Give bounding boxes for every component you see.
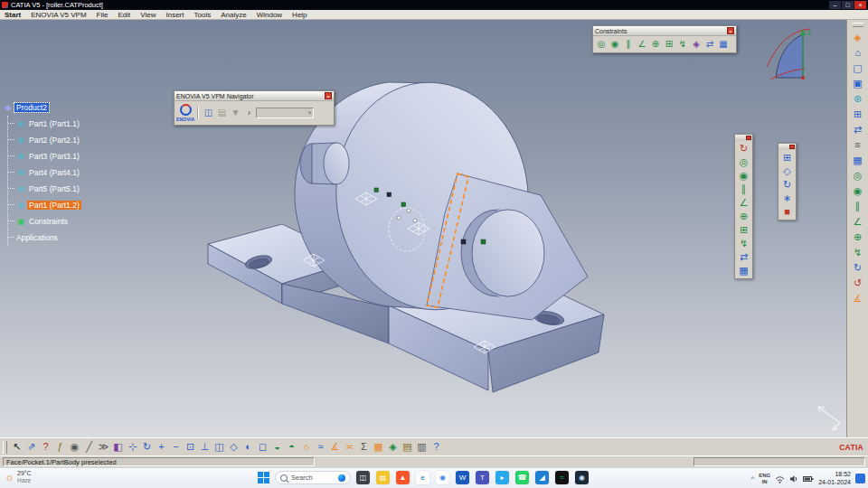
menu-insert[interactable]: Insert xyxy=(165,11,184,19)
flexible-rigid-sub-assembly-icon[interactable]: ◈ xyxy=(690,38,703,51)
angle-constraint-icon[interactable]: ∠ xyxy=(636,38,648,51)
reuse-pattern-icon[interactable]: ▦ xyxy=(737,264,750,277)
new-product-icon[interactable]: ▣ xyxy=(850,77,866,90)
tree-root-product[interactable]: Product2 xyxy=(14,103,49,113)
task-view-icon[interactable]: ◫ xyxy=(356,471,370,484)
select-arrow-icon[interactable]: ↖ xyxy=(10,440,24,455)
open-from-enovia-icon[interactable]: ▤ xyxy=(215,107,228,119)
apply-material-icon[interactable]: ◧ xyxy=(111,440,125,455)
power-input-field[interactable] xyxy=(693,457,865,466)
existing-component-icon[interactable]: ⊞ xyxy=(850,108,866,121)
replace-component-icon[interactable]: ⇄ xyxy=(850,123,866,136)
minimize-button[interactable]: – xyxy=(829,1,841,9)
enovia-workspace-combo[interactable]: ▾ xyxy=(256,108,314,118)
telegram-app-icon[interactable]: ▸ xyxy=(495,471,509,484)
strip-titlebar[interactable] xyxy=(735,135,752,141)
catalog-browser-icon[interactable]: ▤ xyxy=(401,440,414,455)
fix-constraint-icon[interactable]: ⊕ xyxy=(649,38,662,51)
brave-browser-icon[interactable]: ▲ xyxy=(396,471,410,484)
assembly-workbench-icon[interactable]: ◈ xyxy=(850,31,866,44)
file-explorer-icon[interactable]: ▤ xyxy=(376,471,390,484)
multi-instantiation-icon[interactable]: ▦ xyxy=(850,154,866,167)
light-effect-icon[interactable]: ☼ xyxy=(299,440,313,455)
new-part-icon[interactable]: ⊛ xyxy=(850,92,866,106)
quick-constraint-icon[interactable]: ↯ xyxy=(676,38,689,51)
coincidence-constraint-icon[interactable]: ◎ xyxy=(850,169,866,183)
tree-item-part4-1[interactable]: ⊛ Part4 (Part4.1) xyxy=(8,164,81,181)
reuse-pattern-icon[interactable]: ▦ xyxy=(717,38,730,51)
volume-icon[interactable] xyxy=(789,474,798,483)
shading-icon[interactable]: ◐ xyxy=(241,440,255,455)
battery-icon[interactable] xyxy=(803,474,814,483)
coincidence-constraint-icon[interactable]: ◎ xyxy=(737,155,750,169)
mass-properties-icon[interactable]: Σ xyxy=(357,440,371,455)
coincidence-constraint-icon[interactable]: ◎ xyxy=(595,38,608,51)
snap-icon[interactable]: ◇ xyxy=(780,164,794,178)
fix-component-icon[interactable]: ⊕ xyxy=(850,230,866,244)
stop-manipulation-icon[interactable]: ■ xyxy=(780,205,794,219)
zoom-in-icon[interactable]: + xyxy=(155,440,168,455)
toolbar-grip[interactable] xyxy=(853,23,863,27)
teams-app-icon[interactable]: T xyxy=(476,471,489,484)
change-constraint-icon[interactable]: ⇄ xyxy=(737,250,750,264)
update-all-icon[interactable]: ↺ xyxy=(850,277,866,290)
update-assembly-icon[interactable]: ↻ xyxy=(737,142,750,155)
contact-constraint-icon[interactable]: ◉ xyxy=(850,184,866,198)
fix-together-icon[interactable]: ⊞ xyxy=(737,223,750,237)
weather-widget[interactable]: 29°C Haze xyxy=(17,470,32,484)
contact-constraint-icon[interactable]: ◉ xyxy=(737,169,750,183)
taskbar-search[interactable]: Search xyxy=(275,471,351,484)
more-options-arrow-icon[interactable]: › xyxy=(242,107,255,119)
tree-item-part3-1[interactable]: ⊛ Part3 (Part3.1) xyxy=(8,148,81,164)
offset-constraint-icon[interactable]: ∥ xyxy=(737,183,750,196)
isometric-view-icon[interactable]: ◇ xyxy=(227,440,241,455)
explode-icon[interactable]: ∗ xyxy=(780,192,794,205)
quick-constraint-icon[interactable]: ↯ xyxy=(850,246,866,259)
measure-item-icon[interactable]: ≍ xyxy=(343,440,356,455)
notifications-icon[interactable] xyxy=(855,474,865,483)
measure-between-icon[interactable]: ∡ xyxy=(328,440,342,455)
measure-icon[interactable]: ∡ xyxy=(850,292,866,305)
help-icon[interactable]: ? xyxy=(39,440,52,455)
contact-constraint-icon[interactable]: ◉ xyxy=(609,38,621,51)
menu-enovia-v5-vpm[interactable]: ENOVIA V5 VPM xyxy=(31,11,86,19)
whatsapp-app-icon[interactable]: ☎ xyxy=(515,471,529,484)
tree-item-part2-1[interactable]: ⊛ Part2 (Part2.1) xyxy=(8,132,81,148)
smart-move-icon[interactable]: ↻ xyxy=(780,178,794,192)
formula-icon[interactable]: ƒ xyxy=(53,440,67,455)
multi-view-icon[interactable]: ◫ xyxy=(212,440,226,455)
graph-tree-reordering-icon[interactable]: ≡ xyxy=(850,138,866,152)
close-icon[interactable]: × xyxy=(727,27,734,34)
menu-view[interactable]: View xyxy=(140,11,156,19)
spotify-app-icon[interactable]: ≈ xyxy=(555,471,569,484)
clock-widget[interactable]: 18:52 24-01-2024 xyxy=(818,471,851,486)
fly-mode-icon[interactable]: ⇗ xyxy=(24,440,38,455)
tree-item-part1-1[interactable]: ⊛ Part1 (Part1.1) xyxy=(8,116,81,132)
word-app-icon[interactable]: W xyxy=(456,471,469,484)
close-icon[interactable]: × xyxy=(325,92,332,99)
tray-overflow-icon[interactable]: ^ xyxy=(750,474,754,483)
menu-start[interactable]: Start xyxy=(5,11,21,19)
compass[interactable]: z xyxy=(760,23,817,92)
depth-effect-icon[interactable]: ≈ xyxy=(314,440,327,455)
menu-tools[interactable]: Tools xyxy=(194,11,212,19)
new-component-icon[interactable]: ▢ xyxy=(850,61,866,75)
paste-special-icon[interactable]: ▥ xyxy=(415,440,429,455)
tree-item-constraints[interactable]: ▣ Constraints xyxy=(8,213,81,230)
tree-root-row[interactable]: ◆ Product2 xyxy=(2,99,81,116)
vscode-app-icon[interactable]: ◢ xyxy=(535,471,549,484)
menu-help[interactable]: Help xyxy=(292,11,307,19)
maximize-button[interactable]: □ xyxy=(842,1,854,9)
macros-icon[interactable]: ≫ xyxy=(97,440,110,455)
what-is-this-icon[interactable]: ? xyxy=(429,440,443,455)
menu-window[interactable]: Window xyxy=(257,11,282,19)
manipulation-icon[interactable]: ⊞ xyxy=(780,151,794,164)
save-in-enovia-icon[interactable]: ▼ xyxy=(229,107,241,119)
pan-icon[interactable]: ⊹ xyxy=(126,440,139,455)
start-button[interactable] xyxy=(258,472,269,483)
constraints-toolbar-titlebar[interactable]: Constraints × xyxy=(593,26,736,36)
tree-item-part5-1[interactable]: ⊛ Part5 (Part5.1) xyxy=(8,181,81,197)
menu-analyze[interactable]: Analyze xyxy=(221,11,246,19)
close-button[interactable]: × xyxy=(854,1,866,9)
close-icon[interactable] xyxy=(746,136,751,140)
